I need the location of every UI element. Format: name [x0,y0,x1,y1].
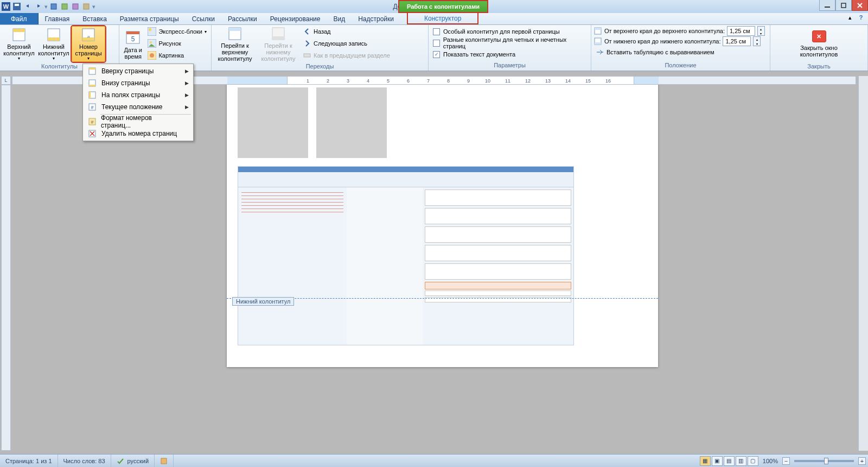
save-icon[interactable] [12,2,22,11]
status-page[interactable]: Страница: 1 из 1 [0,455,58,467]
macro-icon [160,457,168,465]
footer-icon [45,27,62,42]
spinner-icon[interactable]: ▴▾ [757,26,765,36]
svg-text:7: 7 [427,78,430,84]
offset-top-icon [593,27,602,35]
redo-icon[interactable] [34,2,43,11]
menu-format-page-numbers[interactable]: #Формат номеров страниц... [84,116,192,128]
view-draft[interactable]: ▢ [748,456,758,466]
status-macro[interactable] [155,455,174,467]
close-x-icon: ✕ [812,30,826,42]
close-header-footer-button[interactable]: ✕Закрыть окно колонтитулов [800,26,838,62]
vertical-scrollbar[interactable] [858,76,868,451]
tab-home[interactable]: Главная [39,13,76,24]
svg-rect-21 [149,28,151,31]
quickparts-button[interactable]: Экспресс-блоки ▾ [145,26,209,37]
tab-mailings[interactable]: Рассылки [221,13,264,24]
header-offset-value[interactable]: 1,25 см [727,26,755,36]
menu-bottom-of-page[interactable]: Внизу страницы▶ [84,77,192,89]
header-button[interactable]: Верхний колонтитул▾ [2,26,36,62]
minimize-button[interactable] [819,0,835,11]
qat-icon-3[interactable] [71,2,80,11]
undo-icon[interactable] [23,2,33,11]
menu-top-of-page[interactable]: Вверху страницы▶ [84,65,192,77]
svg-rect-9 [841,3,846,8]
svg-rect-18 [126,31,139,34]
footer-button[interactable]: Нижний колонтитул▾ [37,26,71,62]
svg-text:W: W [3,3,9,10]
maximize-button[interactable] [835,0,852,11]
zoom-thumb[interactable] [824,458,828,464]
view-outline[interactable]: ▥ [736,456,746,466]
qat-icon-4[interactable] [81,2,91,11]
svg-text:13: 13 [545,78,551,84]
svg-text:#: # [91,105,93,110]
odd-even-checkbox[interactable]: Разные колонтитулы для четных и нечетных… [431,37,589,48]
zoom-out-button[interactable]: − [782,457,790,465]
status-words[interactable]: Число слов: 83 [58,455,111,467]
tab-layout[interactable]: Разметка страницы [113,13,186,24]
footer-offset-value[interactable]: 1,25 см [723,36,751,46]
tab-insert[interactable]: Вставка [76,13,113,24]
show-doc-checkbox[interactable]: ✓Показать текст документа [431,49,589,60]
clipart-icon [148,51,156,60]
qat-icon-2[interactable] [60,2,69,11]
prev-icon [303,27,311,36]
calendar-icon: 5 [124,28,142,46]
tab-addins[interactable]: Надстройки [352,13,400,24]
submenu-arrow-icon: ▶ [185,80,189,86]
svg-point-25 [150,53,154,58]
page-top-icon [87,66,97,76]
svg-rect-36 [89,68,95,70]
help-icon[interactable]: ? [856,13,866,22]
close-button[interactable] [852,0,868,11]
status-language[interactable]: русский [111,455,155,467]
clipart-button[interactable]: Картинка [145,50,209,61]
svg-rect-16 [82,37,94,41]
quickparts-icon [148,27,156,36]
page-bottom-icon [87,78,97,88]
page-number-button[interactable]: #Номер страницы▾ [72,26,105,62]
picture-button[interactable]: Рисунок [145,38,209,49]
tab-review[interactable]: Рецензирование [264,13,327,24]
submenu-arrow-icon: ▶ [185,104,189,110]
current-pos-icon: # [87,102,97,112]
datetime-button[interactable]: 5Дата и время [122,26,144,62]
quick-access-toolbar: W ▾ ▾ [0,2,95,11]
goto-header-button[interactable]: Перейти к верхнему колонтитулу [214,26,256,62]
minimize-ribbon-icon[interactable]: ▴ [845,13,855,22]
tab-design[interactable]: Конструктор [407,13,478,24]
menu-current-position[interactable]: #Текущее положение▶ [84,101,192,113]
view-fullscreen[interactable]: ▣ [712,456,723,466]
qat-dropdown[interactable]: ▾ [92,2,95,11]
qat-icon-1[interactable] [49,2,59,11]
group-label-close: Закрыть [770,63,867,71]
zoom-label[interactable]: 100% [760,458,781,464]
first-page-checkbox[interactable]: Особый колонтитул для первой страницы [431,26,589,37]
spinner-icon[interactable]: ▴▾ [753,36,761,46]
tab-references[interactable]: Ссылки [186,13,221,24]
datetime-label: Дата и время [123,47,143,60]
zoom-slider[interactable] [794,460,854,462]
insert-align-tab-button[interactable]: Вставить табуляцию с выравниванием [593,47,765,58]
tab-view[interactable]: Вид [327,13,352,24]
picture-icon [148,39,156,48]
svg-text:9: 9 [467,78,470,84]
prev-section-button[interactable]: Назад [301,26,392,37]
svg-rect-13 [48,37,60,41]
link-prev-button: Как в предыдущем разделе [301,50,392,61]
ruler-corner: L [1,76,11,85]
menu-page-margins[interactable]: На полях страницы▶ [84,89,192,101]
vertical-ruler[interactable] [1,85,11,451]
page-1[interactable]: Нижний колонтитул [227,85,658,367]
zoom-in-button[interactable]: + [858,457,866,465]
footer-label: Нижний колонтитул [38,43,69,56]
contextual-tab-title: Работа с колонтитулами [398,0,488,13]
file-tab[interactable]: Файл [0,13,39,24]
menu-remove-page-numbers[interactable]: Удалить номера страниц [84,128,192,140]
next-section-button[interactable]: Следующая запись [301,38,392,49]
view-web[interactable]: ▤ [724,456,735,466]
page-margins-icon [87,90,97,100]
format-icon: # [87,117,97,127]
view-print-layout[interactable]: ▦ [700,456,711,466]
